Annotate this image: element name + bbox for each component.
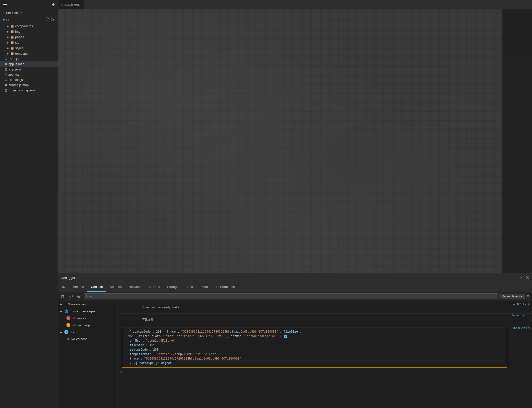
- msg-group-label: 3 user messages: [71, 309, 95, 313]
- tree-item-pages[interactable]: ▶ ▣ pages: [0, 34, 58, 40]
- tree-item-label: bundle.js: [10, 78, 23, 82]
- tab-network[interactable]: Network: [125, 282, 144, 292]
- debugger-panel: Debugger: [58, 273, 532, 408]
- tree-item-bundle-js-map[interactable]: bundle.js.map: [0, 82, 58, 88]
- json-file-icon: {}: [5, 67, 7, 71]
- field-value: 151: [149, 344, 155, 347]
- console-file-link[interactable]: index.ts:76: [510, 327, 531, 330]
- workspace-name[interactable]: ▾ TT: [3, 18, 10, 22]
- cursor-tool-icon[interactable]: [60, 284, 67, 291]
- json-object-box: ▶ { statusCode : 200 , trace : "02168965…: [122, 328, 507, 368]
- msg-group-errors[interactable]: ✕ No errors: [58, 315, 118, 322]
- comma: ,: [280, 330, 283, 334]
- tab-storage[interactable]: Storage: [164, 282, 182, 292]
- tree-item-bundle-js[interactable]: JS bundle.js: [0, 77, 58, 82]
- msg-group-label: 3 info: [70, 330, 78, 334]
- tree-item-label: template: [15, 52, 28, 55]
- hamburger-icon[interactable]: [3, 3, 7, 7]
- prototype-key: [[Prototype]]: Object: [134, 362, 172, 365]
- folder-icon: ▣: [10, 46, 14, 50]
- json-field-prototype[interactable]: ▶ [[Prototype]]: Object: [125, 361, 504, 366]
- collapse-json-arrow[interactable]: ▶: [125, 331, 126, 333]
- folder-arrow: ▶: [7, 36, 9, 38]
- field-value: "021689658121994c57293924b6c0aa1b5c63ac9…: [144, 357, 241, 361]
- tab-performance[interactable]: Performance: [213, 282, 238, 292]
- tree-item-img[interactable]: ▶ ▣ img: [0, 29, 58, 34]
- msg-group-label: No warnings: [72, 323, 90, 327]
- map-file-icon: [5, 84, 7, 86]
- close-icon[interactable]: [526, 276, 529, 280]
- comma: ,: [227, 335, 231, 338]
- msg-group-messages[interactable]: ▶ ≡ 3 messages: [58, 301, 118, 308]
- svg-rect-4: [46, 18, 48, 20]
- workspace-actions: [45, 17, 55, 22]
- open-file-tab[interactable]: □ app.js.map: [58, 0, 84, 9]
- brace-close: }: [279, 335, 281, 338]
- colon: :: [142, 339, 146, 343]
- folder-arrow: ▶: [7, 47, 9, 49]
- tree-item-project-config[interactable]: {} project.config.json: [0, 88, 58, 93]
- tab-sources[interactable]: Sources: [106, 282, 125, 292]
- tree-item-template[interactable]: ▶ ▣ template: [0, 51, 58, 56]
- settings-gear-icon[interactable]: [526, 294, 530, 299]
- tree-item-styles[interactable]: ▶ ▣ styles: [0, 45, 58, 51]
- prompt-line[interactable]: >: [118, 369, 532, 375]
- msg-group-verbose[interactable]: ⊞ No verbose: [58, 336, 118, 342]
- tab-bar: Elements Console Sources Network AppData…: [58, 282, 532, 292]
- console-content: ▶ ≡ 3 messages ▶ 👤 3 user messages ✕ No …: [58, 301, 532, 408]
- tab-audits[interactable]: Audits: [182, 282, 198, 292]
- messages-icon: ≡: [64, 302, 66, 306]
- tree-item-app-js-map[interactable]: app.js.map: [0, 61, 58, 67]
- sidebar: Explorer ▾ TT ▶: [0, 0, 58, 408]
- comma: ,: [135, 335, 139, 338]
- tree-item-app-ttss[interactable]: # app.ttss: [0, 72, 58, 77]
- tree-item-label: app.ttss: [8, 73, 20, 76]
- msg-group-warnings[interactable]: ! No warnings: [58, 322, 118, 329]
- pause-on-exceptions-button[interactable]: [68, 293, 74, 300]
- folder-icon: ▣: [10, 51, 14, 55]
- json-field-filesize: fileSize : 151: [125, 343, 504, 348]
- person-icon: 👤: [64, 309, 69, 313]
- filter-input[interactable]: [84, 293, 498, 299]
- preview-sidebar: [502, 9, 532, 273]
- msg-group-info[interactable]: ▶ i 3 info: [58, 329, 118, 336]
- console-file-link[interactable]: index.ts:8: [511, 302, 530, 305]
- info-icon: i: [64, 330, 68, 334]
- json-field-statuscode: statusCode : 200: [125, 348, 504, 352]
- field-key: fileSize: [130, 344, 144, 347]
- tree-item-label: img: [15, 30, 20, 33]
- message-groups-panel: ▶ ≡ 3 messages ▶ 👤 3 user messages ✕ No …: [58, 301, 118, 408]
- default-levels-label: Default levels: [502, 295, 520, 298]
- console-file-link[interactable]: index.ts:72: [509, 314, 530, 317]
- pixel-noise: [58, 9, 502, 273]
- back-icon[interactable]: [51, 3, 55, 7]
- folder-icon: ▣: [10, 35, 14, 39]
- default-levels-dropdown[interactable]: Default levels ▾: [500, 294, 525, 299]
- colon: :: [243, 335, 247, 338]
- tab-appdata[interactable]: AppData: [144, 282, 164, 292]
- collapse-icon[interactable]: [520, 276, 523, 280]
- msg-group-user-messages[interactable]: ▶ 👤 3 user messages: [58, 308, 118, 315]
- preview-sidebar-content: [502, 9, 532, 273]
- msg-group-label: No errors: [72, 316, 86, 320]
- tree-item-app-js[interactable]: JS app.js: [0, 56, 58, 61]
- expand-prototype-arrow[interactable]: ▶: [130, 362, 131, 365]
- colon: :: [149, 348, 153, 352]
- tab-mock[interactable]: Mock: [198, 282, 213, 292]
- colon: :: [140, 357, 144, 361]
- eye-icon[interactable]: [76, 293, 82, 300]
- tab-elements[interactable]: Elements: [67, 282, 87, 292]
- field-key: statusCode: [130, 348, 148, 352]
- tab-console[interactable]: Console: [87, 282, 106, 292]
- new-file-icon[interactable]: [45, 17, 49, 22]
- tree-item-sjs[interactable]: ▶ ▣ sjs: [0, 40, 58, 45]
- clear-console-button[interactable]: [60, 293, 66, 300]
- new-folder-icon[interactable]: [51, 17, 55, 22]
- filesize-key: fileSize: [284, 330, 298, 334]
- warning-icon: !: [66, 323, 70, 327]
- tree-item-components[interactable]: ▶ ▣ components: [0, 23, 58, 29]
- tree-item-label: project.config.json: [9, 88, 35, 92]
- tree-item-app-json[interactable]: {} app.json: [0, 67, 58, 72]
- svg-rect-11: [62, 295, 64, 298]
- sidebar-header: [0, 0, 58, 10]
